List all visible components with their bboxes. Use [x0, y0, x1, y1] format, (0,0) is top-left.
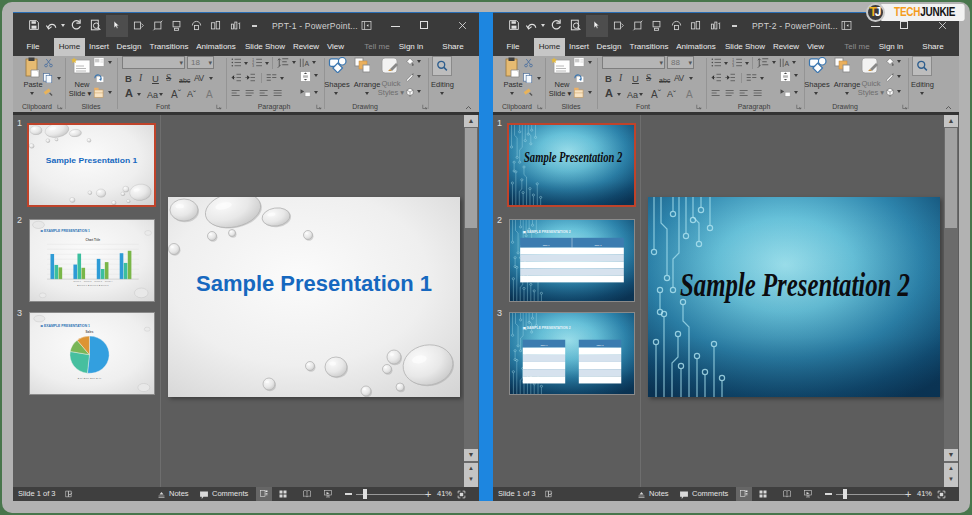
svg-text:Table 1: Table 1: [543, 244, 551, 246]
svg-text:Table 1: Table 1: [541, 344, 549, 346]
svg-text:Group 1 Group 2 Group: Group 1 Group 2 Group 3 Group 4: [73, 280, 113, 282]
svg-text:Chart Title: Chart Title: [86, 238, 101, 242]
svg-text:Sample Presentation 1: Sample Presentation 1: [196, 271, 432, 296]
svg-text:A: A: [785, 60, 790, 67]
svg-text:Sample Presentation 1: Sample Presentation 1: [46, 156, 138, 165]
svg-text:3: 3: [732, 64, 734, 67]
svg-text:A: A: [305, 60, 310, 67]
svg-text:Table 2: Table 2: [594, 244, 602, 246]
svg-text:Table 2: Table 2: [597, 344, 605, 346]
svg-text:■ 1st ■ 2nd ■ 3rd ■ 4th: ■ 1st ■ 2nd ■ 3rd ■ 4th: [78, 377, 102, 379]
svg-text:Sample Presentation 2: Sample Presentation 2: [680, 266, 910, 303]
svg-text:Sales: Sales: [86, 330, 94, 334]
svg-text:▣ SAMPLE PRESENTATION 2: ▣ SAMPLE PRESENTATION 2: [523, 230, 571, 234]
svg-text:⊕ EXAMPLE PRESENTATION 1: ⊕ EXAMPLE PRESENTATION 1: [40, 229, 90, 233]
svg-text:▣ SAMPLE PRESENTATION 2: ▣ SAMPLE PRESENTATION 2: [523, 326, 571, 330]
svg-text:Sample Presentation 2: Sample Presentation 2: [524, 149, 622, 164]
svg-text:■ Series 1 ■ Series 2 ■ Seri: ■ Series 1 ■ Series 2 ■ Series 3: [77, 284, 109, 286]
svg-text:⊕ EXAMPLE PRESENTATION 1: ⊕ EXAMPLE PRESENTATION 1: [40, 324, 90, 328]
svg-text:3: 3: [252, 64, 254, 67]
